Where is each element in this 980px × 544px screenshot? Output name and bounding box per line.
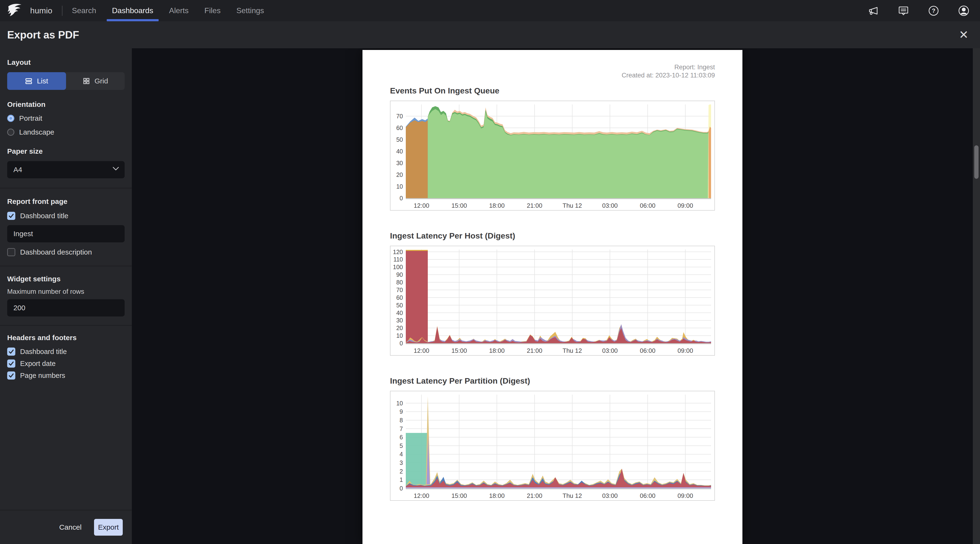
brand-name[interactable]: humio xyxy=(30,6,52,15)
panel-footer: Cancel Export xyxy=(0,510,132,544)
area-chart-events-put-on-ingest-queue: 01020304050607012:0015:0018:0021:00Thu 1… xyxy=(390,101,714,210)
hf-page-numbers-option[interactable]: Page numbers xyxy=(7,371,125,379)
nav-item-alerts[interactable]: Alerts xyxy=(169,0,189,21)
layout-grid-button[interactable]: Grid xyxy=(66,72,125,90)
account-icon[interactable] xyxy=(958,5,969,16)
widget-ingest-latency-per-host: Ingest Latency Per Host (Digest) 0102030… xyxy=(390,231,715,356)
svg-text:06:00: 06:00 xyxy=(640,347,655,354)
svg-text:10: 10 xyxy=(396,332,403,339)
svg-text:09:00: 09:00 xyxy=(678,202,693,209)
dashboard-title-checkbox[interactable] xyxy=(7,212,15,220)
area-chart-ingest-latency-per-host: 010203040506070809010011012012:0015:0018… xyxy=(390,246,714,355)
svg-text:120: 120 xyxy=(393,249,403,255)
svg-text:15:00: 15:00 xyxy=(452,347,467,354)
orientation-portrait-option[interactable]: Portrait xyxy=(7,114,125,122)
export-button[interactable]: Export xyxy=(94,519,123,536)
pdf-preview-page: Report: Ingest Created at: 2023-10-12 11… xyxy=(363,50,742,544)
widget-ingest-latency-per-partition: Ingest Latency Per Partition (Digest) 01… xyxy=(390,376,715,501)
portrait-label: Portrait xyxy=(19,114,42,122)
svg-text:21:00: 21:00 xyxy=(527,347,542,354)
hf-page-numbers-label: Page numbers xyxy=(20,372,65,379)
headers-footers-label: Headers and footers xyxy=(7,334,125,342)
dashboard-description-checkbox[interactable] xyxy=(7,248,15,256)
check-icon xyxy=(8,349,14,355)
svg-text:0: 0 xyxy=(399,340,403,347)
dashboard-title-input[interactable] xyxy=(7,225,125,243)
section-widget-settings: Widget settings Maximum number of rows xyxy=(0,266,132,325)
landscape-radio[interactable] xyxy=(7,128,14,136)
chart-box: 01020304050607012:0015:0018:0021:00Thu 1… xyxy=(390,101,715,211)
nav-right-icons: ? xyxy=(867,5,980,16)
svg-text:06:00: 06:00 xyxy=(640,492,655,499)
svg-text:8: 8 xyxy=(399,417,403,423)
scrollbar-thumb[interactable] xyxy=(974,145,978,179)
help-icon[interactable]: ? xyxy=(928,5,939,16)
svg-text:90: 90 xyxy=(396,271,403,278)
svg-text:9: 9 xyxy=(399,408,403,415)
nav-item-dashboards[interactable]: Dashboards xyxy=(112,0,153,21)
section-report-front-page: Report front page Dashboard title Dashbo… xyxy=(0,188,132,266)
svg-text:09:00: 09:00 xyxy=(678,492,693,499)
svg-text:Thu 12: Thu 12 xyxy=(563,202,582,209)
svg-text:1: 1 xyxy=(399,476,403,483)
svg-text:09:00: 09:00 xyxy=(678,347,693,354)
svg-text:50: 50 xyxy=(396,302,403,309)
svg-text:40: 40 xyxy=(396,309,403,316)
paper-size-value: A4 xyxy=(13,166,22,174)
dashboard-description-option[interactable]: Dashboard description xyxy=(7,248,125,256)
falcon-logo-icon[interactable] xyxy=(6,2,24,20)
hf-export-date-option[interactable]: Export date xyxy=(7,360,125,368)
cancel-button[interactable]: Cancel xyxy=(59,523,81,531)
hf-export-date-checkbox[interactable] xyxy=(7,360,15,368)
chart-box: 010203040506070809010011012012:0015:0018… xyxy=(390,246,715,356)
nav-item-files[interactable]: Files xyxy=(204,0,221,21)
layout-list-button[interactable]: List xyxy=(7,72,66,90)
created-label: Created at: 2023-10-12 11:03:09 xyxy=(390,71,715,79)
svg-text:15:00: 15:00 xyxy=(452,492,467,499)
preview-scrollbar[interactable] xyxy=(973,48,980,544)
chevron-down-icon xyxy=(113,167,119,171)
svg-text:3: 3 xyxy=(399,459,403,466)
orientation-label: Orientation xyxy=(7,100,125,108)
nav-item-settings[interactable]: Settings xyxy=(236,0,264,21)
max-rows-input[interactable] xyxy=(7,299,125,316)
orientation-landscape-option[interactable]: Landscape xyxy=(7,128,125,136)
svg-text:4: 4 xyxy=(399,451,403,457)
svg-text:03:00: 03:00 xyxy=(602,202,618,209)
check-icon xyxy=(8,360,14,366)
svg-text:18:00: 18:00 xyxy=(489,202,504,209)
dashboard-title-option[interactable]: Dashboard title xyxy=(7,212,125,220)
svg-text:5: 5 xyxy=(399,442,403,449)
nav-item-search[interactable]: Search xyxy=(72,0,96,21)
area-chart-ingest-latency-per-partition: 01234567891012:0015:0018:0021:00Thu 1203… xyxy=(390,391,714,500)
svg-text:10: 10 xyxy=(396,400,403,406)
portrait-radio[interactable] xyxy=(7,115,14,122)
widget-title: Ingest Latency Per Partition (Digest) xyxy=(390,376,715,385)
svg-text:10: 10 xyxy=(396,183,403,190)
svg-text:70: 70 xyxy=(396,287,403,293)
svg-text:100: 100 xyxy=(393,263,403,270)
svg-text:2: 2 xyxy=(399,468,403,475)
dashboard-description-label: Dashboard description xyxy=(20,248,92,256)
svg-text:70: 70 xyxy=(396,113,403,119)
check-icon xyxy=(8,373,14,379)
svg-text:7: 7 xyxy=(399,425,403,432)
close-icon[interactable]: ✕ xyxy=(959,29,969,41)
svg-text:06:00: 06:00 xyxy=(640,202,655,209)
widget-events-put-on-ingest-queue: Events Put On Ingest Queue 0102030405060… xyxy=(390,86,715,211)
svg-text:0: 0 xyxy=(399,195,403,201)
svg-text:21:00: 21:00 xyxy=(527,202,542,209)
chart-box: 01234567891012:0015:0018:0021:00Thu 1203… xyxy=(390,391,715,501)
grid-icon xyxy=(83,77,90,85)
hf-dashboard-title-checkbox[interactable] xyxy=(7,347,15,356)
paper-size-select[interactable]: A4 xyxy=(7,161,125,178)
svg-text:Thu 12: Thu 12 xyxy=(563,347,582,354)
svg-text:20: 20 xyxy=(396,325,403,331)
list-icon xyxy=(25,77,33,85)
hf-dashboard-title-option[interactable]: Dashboard title xyxy=(7,347,125,356)
hf-page-numbers-checkbox[interactable] xyxy=(7,371,15,379)
announcements-icon[interactable] xyxy=(867,5,879,16)
feedback-icon[interactable] xyxy=(898,5,909,16)
svg-text:18:00: 18:00 xyxy=(489,492,504,499)
hf-dashboard-title-label: Dashboard title xyxy=(20,348,67,356)
